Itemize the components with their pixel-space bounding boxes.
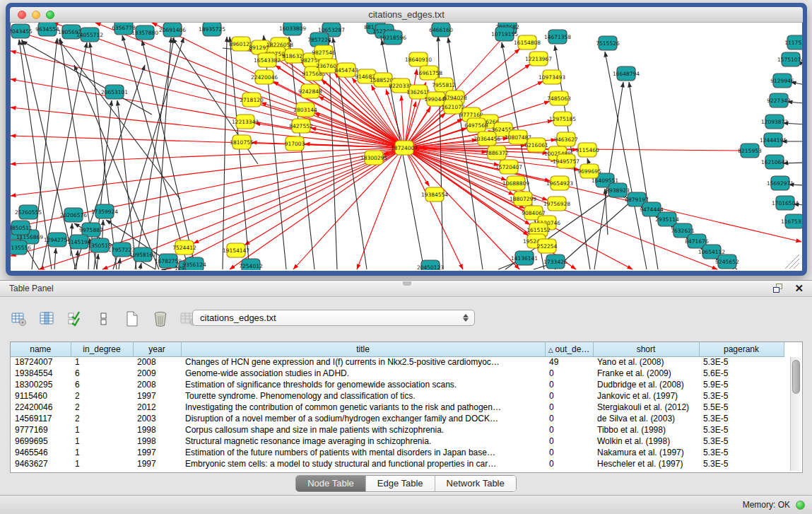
- table-cell[interactable]: 18300295: [11, 379, 71, 390]
- table-cell[interactable]: 1: [71, 458, 133, 469]
- table-row[interactable]: 1830029562008Estimation of significance …: [11, 379, 784, 390]
- graph-node[interactable]: 8938923: [606, 183, 630, 197]
- table-cell[interactable]: Investigating the contribution of common…: [181, 402, 545, 413]
- graph-node[interactable]: 16648794: [613, 66, 640, 81]
- graph-node[interactable]: 7515526: [596, 36, 620, 50]
- column-header-title[interactable]: title: [181, 342, 545, 356]
- table-cell[interactable]: 1997: [133, 447, 181, 458]
- table-cell[interactable]: 18724007: [11, 356, 71, 368]
- graph-node[interactable]: 9699695: [577, 164, 601, 178]
- graph-node[interactable]: 14671358: [544, 30, 571, 44]
- graph-node[interactable]: 9463627: [554, 132, 578, 146]
- table-cell[interactable]: Dudbridge et al. (2008): [593, 379, 699, 390]
- table-cell[interactable]: 5.3E-5: [699, 413, 784, 424]
- float-window-icon[interactable]: [773, 284, 784, 293]
- graph-node[interactable]: 9356124: [182, 257, 206, 270]
- graph-node[interactable]: 20691406: [159, 23, 186, 37]
- network-canvas[interactable]: 2043455963455418056978140557126356778133…: [11, 23, 802, 270]
- table-column-icon[interactable]: [38, 310, 57, 328]
- column-header-in_degree[interactable]: in_degree: [71, 342, 133, 356]
- graph-node[interactable]: 12444195: [760, 133, 787, 147]
- table-cell[interactable]: 2009: [133, 368, 181, 379]
- table-cell[interactable]: 6: [71, 368, 133, 379]
- table-cell[interactable]: 1: [71, 424, 133, 436]
- tab-network-table[interactable]: Network Table: [435, 476, 516, 491]
- graph-node[interactable]: 19154147: [223, 243, 249, 257]
- table-settings-icon[interactable]: [10, 310, 28, 328]
- graph-node[interactable]: 2718120: [240, 93, 264, 107]
- table-cell[interactable]: 49: [545, 356, 593, 368]
- table-cell[interactable]: 2: [71, 402, 133, 413]
- graph-node[interactable]: 8850511: [11, 221, 33, 235]
- table-cell[interactable]: 1997: [133, 458, 181, 469]
- graph-node[interactable]: 20450123: [417, 260, 444, 270]
- graph-node[interactable]: 7886372: [485, 146, 509, 160]
- tab-edge-table[interactable]: Edge Table: [366, 476, 435, 491]
- table-cell[interactable]: 9699695: [11, 436, 71, 447]
- row-height-icon[interactable]: [95, 310, 113, 328]
- table-cell[interactable]: Estimation of significance thresholds fo…: [181, 379, 545, 390]
- table-cell[interactable]: 0: [545, 413, 593, 424]
- table-cell[interactable]: 0: [545, 402, 593, 413]
- graph-node[interactable]: 16033809: [279, 23, 306, 35]
- table-cell[interactable]: Hescheler et al. (1997): [593, 458, 699, 469]
- table-cell[interactable]: 1997: [133, 390, 181, 402]
- graph-node[interactable]: 2803144: [293, 103, 317, 117]
- graph-node[interactable]: 9242848: [298, 84, 322, 98]
- table-cell[interactable]: 5.3E-5: [699, 390, 784, 402]
- table-row[interactable]: 911546021997Tourette syndrome. Phenomeno…: [11, 390, 784, 402]
- graph-node[interactable]: 11675334: [781, 214, 802, 228]
- table-row[interactable]: 2242004622012Investigating the contribut…: [11, 402, 784, 413]
- table-cell[interactable]: 1: [71, 447, 133, 458]
- table-row[interactable]: 969969511998Structural magnetic resonanc…: [11, 436, 784, 447]
- table-cell[interactable]: 9777169: [11, 424, 71, 436]
- close-icon[interactable]: ✕: [794, 284, 804, 293]
- table-cell[interactable]: 1998: [133, 424, 181, 436]
- table-cell[interactable]: 19384554: [11, 368, 71, 379]
- graph-node[interactable]: 1810755: [230, 135, 254, 149]
- graph-node[interactable]: 15692971: [767, 176, 794, 190]
- column-header-year[interactable]: year: [133, 342, 181, 356]
- graph-node[interactable]: 9129946: [770, 74, 794, 88]
- table-cell[interactable]: 5.5E-5: [699, 402, 784, 413]
- graph-node[interactable]: 10973493: [539, 70, 565, 84]
- scrollbar-thumb[interactable]: [792, 360, 800, 394]
- delete-icon[interactable]: [151, 310, 170, 328]
- graph-node[interactable]: 16154808: [514, 35, 541, 49]
- table-cell[interactable]: 9115460: [11, 390, 71, 402]
- table-cell[interactable]: Corpus callosum shape and size in male p…: [181, 424, 545, 436]
- table-cell[interactable]: Embryonic stem cells: a model to study s…: [181, 458, 545, 469]
- graph-node[interactable]: 9827546: [312, 45, 336, 59]
- table-cell[interactable]: Genome-wide association studies in ADHD.: [181, 368, 545, 379]
- table-cell[interactable]: Tourette syndrome. Phenomenology and cla…: [181, 390, 545, 402]
- graph-node[interactable]: 19756928: [543, 197, 570, 211]
- graph-node[interactable]: 7254012: [239, 259, 263, 270]
- tab-node-table[interactable]: Node Table: [296, 476, 366, 491]
- table-cell[interactable]: 1: [71, 436, 133, 447]
- graph-node[interactable]: 1733426: [543, 255, 567, 269]
- table-cell[interactable]: 5.3E-5: [699, 447, 784, 458]
- column-header-name[interactable]: name: [11, 342, 71, 356]
- graph-node[interactable]: 20653101: [101, 85, 128, 99]
- attribute-table[interactable]: namein_degreeyeartitle△out_de…shortpager…: [10, 341, 803, 473]
- column-header-out_de[interactable]: △out_de…: [545, 342, 593, 356]
- table-cell[interactable]: de Silva et al. (2003): [593, 413, 699, 424]
- node-table[interactable]: namein_degreeyeartitle△out_de…shortpager…: [11, 342, 784, 469]
- table-cell[interactable]: 2003: [133, 413, 181, 424]
- table-cell[interactable]: 1998: [133, 436, 181, 447]
- table-cell[interactable]: 2: [71, 390, 133, 402]
- table-cell[interactable]: Jankovic et al. (1997): [593, 390, 699, 402]
- new-document-icon[interactable]: [123, 310, 141, 328]
- graph-node[interactable]: 9634554: [35, 23, 59, 36]
- table-cell[interactable]: Structural magnetic resonance image aver…: [181, 436, 545, 447]
- graph-node[interactable]: 8215953: [738, 144, 762, 158]
- graph-node[interactable]: 12213967: [525, 52, 552, 66]
- graph-node[interactable]: 9115460: [575, 143, 599, 157]
- graph-node[interactable]: 18935725: [199, 23, 225, 36]
- graph-node[interactable]: 1117534: [784, 35, 802, 49]
- graph-node[interactable]: 17016504: [772, 196, 799, 210]
- column-header-pagerank[interactable]: pagerank: [699, 342, 784, 356]
- table-row[interactable]: 946554611997Estimation of the future num…: [11, 447, 784, 458]
- graph-node[interactable]: 10688809: [502, 176, 529, 190]
- table-cell[interactable]: 9463627: [11, 458, 71, 469]
